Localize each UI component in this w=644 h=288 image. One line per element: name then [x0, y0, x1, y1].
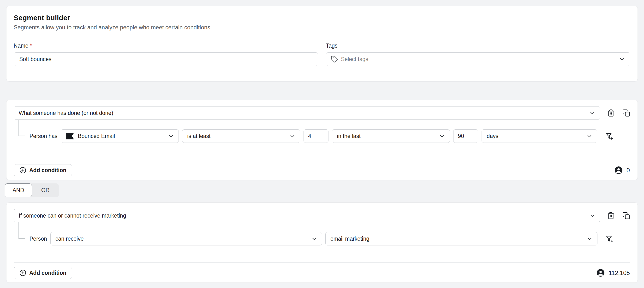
- condition-row: Person can receive email marketing: [14, 232, 630, 245]
- tags-field-group: Tags Select tags: [326, 43, 630, 66]
- condition-group-1: What someone has done (or not done) Pers…: [6, 100, 638, 180]
- delete-condition-button[interactable]: [607, 212, 615, 220]
- tag-icon: [331, 56, 338, 63]
- page-subtitle: Segments allow you to track and analyze …: [14, 24, 630, 31]
- plus-circle-icon: [19, 269, 26, 276]
- delete-condition-button[interactable]: [607, 109, 615, 117]
- condition-type-select[interactable]: What someone has done (or not done): [14, 106, 600, 120]
- chevron-down-icon: [439, 133, 445, 139]
- event-count-input[interactable]: [304, 129, 328, 143]
- plus-circle-icon: [19, 167, 26, 174]
- condition-row-label: Person: [30, 236, 47, 242]
- filter-plus-icon: [605, 132, 613, 140]
- add-condition-button[interactable]: Add condition: [14, 164, 72, 176]
- channel-select[interactable]: email marketing: [325, 232, 598, 245]
- condition-type-row: What someone has done (or not done): [14, 106, 630, 120]
- chevron-down-icon: [586, 236, 593, 242]
- segment-name-input[interactable]: [14, 52, 318, 66]
- card-divider: [14, 160, 630, 160]
- name-field-group: Name*: [14, 43, 318, 66]
- condition-group-2: If someone can or cannot receive marketi…: [6, 202, 638, 283]
- people-count-value: 0: [626, 167, 630, 174]
- chevron-down-icon: [619, 56, 625, 63]
- flag-icon: [66, 133, 74, 139]
- people-count: 112,105: [596, 268, 630, 277]
- add-condition-button[interactable]: Add condition: [14, 267, 72, 279]
- segment-builder-page: Segment builder Segments allow you to tr…: [0, 0, 644, 288]
- required-asterisk: *: [30, 43, 32, 49]
- chevron-down-icon: [589, 213, 596, 219]
- person-circle-icon: [596, 268, 605, 277]
- chevron-down-icon: [589, 110, 596, 116]
- chevron-down-icon: [168, 133, 174, 139]
- tags-select[interactable]: Select tags: [326, 52, 630, 66]
- group-footer: Add condition 0: [14, 164, 630, 177]
- timeframe-select[interactable]: in the last: [332, 129, 450, 143]
- card-divider: [14, 262, 630, 263]
- operator-select[interactable]: is at least: [182, 129, 300, 143]
- duplicate-condition-button[interactable]: [622, 109, 630, 117]
- name-tags-row: Name* Tags Select tags: [14, 43, 630, 66]
- people-count-value: 112,105: [608, 269, 630, 276]
- permission-select[interactable]: can receive: [50, 232, 322, 245]
- filter-plus-icon: [606, 235, 613, 243]
- condition-row-label: Person has: [30, 133, 57, 139]
- trash-icon: [607, 212, 615, 219]
- group-footer: Add condition 112,105: [14, 266, 630, 279]
- person-circle-icon: [614, 166, 623, 175]
- time-unit-select[interactable]: days: [482, 129, 597, 143]
- chevron-down-icon: [586, 133, 593, 139]
- tags-label: Tags: [326, 43, 630, 49]
- logic-toggle: AND OR: [5, 183, 644, 197]
- page-title: Segment builder: [14, 14, 630, 22]
- logic-or-button[interactable]: OR: [30, 183, 59, 197]
- copy-icon: [622, 212, 630, 219]
- duplicate-condition-button[interactable]: [622, 212, 630, 220]
- condition-type-row: If someone can or cannot receive marketi…: [14, 209, 630, 222]
- add-event-filter-button[interactable]: [605, 132, 613, 140]
- add-filter-button[interactable]: [605, 235, 614, 243]
- tags-placeholder: Select tags: [341, 56, 619, 63]
- chevron-down-icon: [289, 133, 296, 139]
- timeframe-value-input[interactable]: [453, 129, 478, 143]
- name-label: Name*: [14, 43, 318, 49]
- chevron-down-icon: [311, 236, 318, 242]
- branch-connector: [18, 222, 25, 239]
- condition-type-select[interactable]: If someone can or cannot receive marketi…: [14, 209, 600, 222]
- condition-row: Person has Bounced Email is at least in …: [14, 129, 630, 143]
- copy-icon: [622, 109, 630, 117]
- logic-and-button[interactable]: AND: [5, 183, 32, 197]
- trash-icon: [607, 109, 615, 117]
- people-count: 0: [614, 166, 630, 175]
- segment-builder-card: Segment builder Segments allow you to tr…: [6, 6, 638, 81]
- event-select[interactable]: Bounced Email: [61, 129, 179, 143]
- branch-connector: [18, 120, 25, 136]
